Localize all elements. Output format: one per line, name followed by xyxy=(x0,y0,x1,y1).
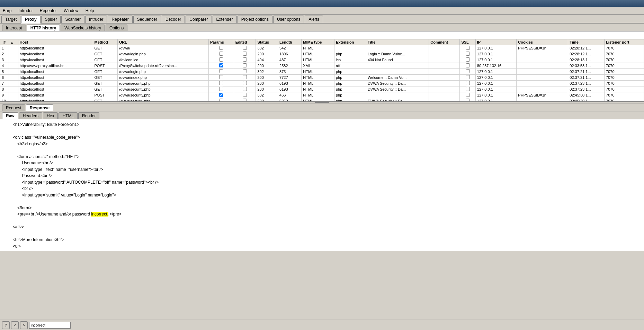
divider-handle xyxy=(315,102,329,103)
table-row[interactable]: 2http://localhostGET/dvwa/login.php20018… xyxy=(0,51,644,57)
table-row[interactable]: 10http://localhostGET/dvwa/security.php2… xyxy=(0,98,644,102)
col-status[interactable]: Status xyxy=(256,39,278,45)
req-res-panel: Request Response Raw Headers Hex HTML Re… xyxy=(0,103,644,251)
col-length[interactable]: Length xyxy=(278,39,302,45)
table-row[interactable]: 5http://localhostGET/dvwa/login.php30237… xyxy=(0,69,644,75)
tab-target[interactable]: Target xyxy=(1,16,20,23)
subtab-http-history[interactable]: HTTP history xyxy=(27,25,60,31)
code-line: Username:<br /> xyxy=(3,161,53,165)
table-row[interactable]: 3http://localhostGET/favicon.ico404487HT… xyxy=(0,57,644,63)
col-ip[interactable]: IP xyxy=(475,39,516,45)
table-row[interactable]: 9http://localhostPOST/dvwa/security.php3… xyxy=(0,92,644,98)
table-row[interactable]: 8http://localhostGET/dvwa/security.php20… xyxy=(0,86,644,92)
table-row[interactable]: 7http://localhostGET/dvwa/security.php20… xyxy=(0,81,644,86)
tab-comparer[interactable]: Comparer xyxy=(186,16,212,23)
subtab-websockets-history[interactable]: WebSockets history xyxy=(61,25,105,31)
code-line: <li><a href="http://hiderefer.com/?https… xyxy=(3,250,414,251)
table-row[interactable]: 6http://localhostGET/dvwa/index.php20077… xyxy=(0,75,644,81)
tab-decoder[interactable]: Decoder xyxy=(162,16,185,23)
tab-user-options[interactable]: User options xyxy=(273,16,304,23)
tab-spider[interactable]: Spider xyxy=(41,16,61,23)
col-sort[interactable] xyxy=(9,39,18,45)
col-ssl[interactable]: SSL xyxy=(460,39,475,45)
view-tab-bar: Raw Headers Hex HTML Render xyxy=(0,111,644,119)
next-button[interactable]: > xyxy=(20,321,28,329)
col-params[interactable]: Params xyxy=(209,39,234,45)
menu-intruder[interactable]: Intruder xyxy=(17,8,34,13)
view-tab-render[interactable]: Render xyxy=(78,112,99,119)
help-button[interactable]: ? xyxy=(2,321,10,329)
main-tab-bar: Target Proxy Spider Scanner Intruder Rep… xyxy=(0,15,644,24)
tab-sequencer[interactable]: Sequencer xyxy=(133,16,161,23)
code-line: <input type="text" name="username"><br /… xyxy=(3,167,103,172)
tab-project-options[interactable]: Project options xyxy=(238,16,272,23)
tab-request[interactable]: Request xyxy=(2,104,25,111)
code-line: <ul> xyxy=(3,244,21,249)
prev-button[interactable]: < xyxy=(11,321,19,329)
code-line: <div class="vulnerable_code_area"> xyxy=(3,135,80,140)
tab-intruder[interactable]: Intruder xyxy=(85,16,107,23)
tab-extender[interactable]: Extender xyxy=(213,16,237,23)
proxy-sub-tab-bar: Intercept HTTP history WebSockets histor… xyxy=(0,24,644,31)
code-line: <h1>Vulnerability: Brute Force</h1> xyxy=(3,122,79,127)
http-history-table-container[interactable]: # Host Method URL Params Edited Status L… xyxy=(0,39,644,101)
code-line: Password:<br /> xyxy=(3,173,52,178)
menu-window[interactable]: Window xyxy=(62,8,80,13)
menu-help[interactable]: Help xyxy=(84,8,96,13)
col-port[interactable]: Listener port xyxy=(605,39,644,45)
code-line: </div> xyxy=(3,224,24,229)
req-res-tab-bar: Request Response xyxy=(0,103,644,111)
table-row[interactable]: 4http://www.proxy-offline-br...POST/Prox… xyxy=(0,63,644,69)
response-code-area[interactable]: <h1>Vulnerability: Brute Force</h1> <div… xyxy=(0,119,644,251)
filter-bar[interactable] xyxy=(0,31,644,39)
code-line: <br /> xyxy=(3,186,33,191)
menu-burp[interactable]: Burp xyxy=(1,8,13,13)
col-ext[interactable]: Extension xyxy=(334,39,366,45)
subtab-options[interactable]: Options xyxy=(106,25,127,31)
col-mime[interactable]: MIME type xyxy=(302,39,334,45)
col-time[interactable]: Time xyxy=(568,39,605,45)
view-tab-hex[interactable]: Hex xyxy=(43,112,58,119)
code-line: </form> xyxy=(3,205,32,210)
col-host[interactable]: Host xyxy=(18,39,93,45)
code-line: <form action="#" method="GET"> xyxy=(3,154,79,159)
search-input[interactable] xyxy=(29,322,71,329)
view-tab-raw[interactable]: Raw xyxy=(2,112,18,119)
code-line: <input type="submit" value="Login" name=… xyxy=(3,193,116,198)
bottom-bar: ? < > xyxy=(0,320,644,330)
menu-repeater[interactable]: Repeater xyxy=(38,8,58,13)
tab-scanner[interactable]: Scanner xyxy=(61,16,84,23)
code-line: <pre><br />Username and/or password inco… xyxy=(3,212,122,217)
table-row[interactable]: 1http://localhostGET/dvwa/302542HTML127.… xyxy=(0,45,644,51)
code-line: <input type="password" AUTOCOMPLETE="off… xyxy=(3,180,159,185)
subtab-intercept[interactable]: Intercept xyxy=(2,25,26,31)
col-num[interactable]: # xyxy=(0,39,9,45)
view-tab-headers[interactable]: Headers xyxy=(19,112,42,119)
highlighted-word: incorrect. xyxy=(91,212,108,217)
code-line: <h2>More Information</h2> xyxy=(3,237,64,242)
col-cookies[interactable]: Cookies xyxy=(517,39,568,45)
tab-response[interactable]: Response xyxy=(26,104,53,111)
http-history-table: # Host Method URL Params Edited Status L… xyxy=(0,39,644,101)
title-bar xyxy=(0,0,644,7)
col-edited[interactable]: Edited xyxy=(234,39,256,45)
tab-proxy[interactable]: Proxy xyxy=(21,16,40,24)
col-comment[interactable]: Comment xyxy=(429,39,460,45)
menu-bar: Burp Intruder Repeater Window Help xyxy=(0,7,644,15)
tab-repeater[interactable]: Repeater xyxy=(108,16,132,23)
code-line: <h2>Login</h2> xyxy=(3,141,47,146)
col-url[interactable]: URL xyxy=(118,39,209,45)
col-method[interactable]: Method xyxy=(93,39,118,45)
col-title[interactable]: Title xyxy=(366,39,429,45)
tab-alerts[interactable]: Alerts xyxy=(305,16,323,23)
view-tab-html[interactable]: HTML xyxy=(59,112,78,119)
